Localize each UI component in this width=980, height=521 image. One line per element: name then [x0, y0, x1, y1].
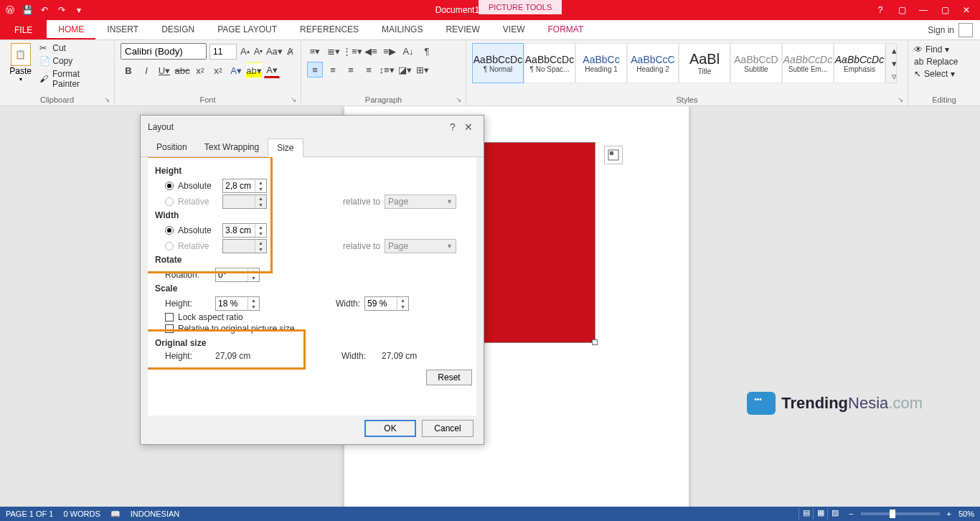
style-subtle-em[interactable]: AaBbCcDcSubtle Em...	[782, 43, 834, 83]
font-name-input[interactable]	[121, 43, 207, 60]
line-spacing-button[interactable]: ↕≡▾	[379, 62, 395, 78]
height-relative-radio[interactable]	[165, 197, 174, 206]
tab-file[interactable]: FILE	[0, 20, 47, 39]
clipboard-dialog-launcher[interactable]: ↘	[104, 95, 113, 104]
sort-button[interactable]: A↓	[400, 43, 416, 59]
find-button[interactable]: 👁Find ▾	[914, 44, 974, 55]
grow-font-button[interactable]: A▴	[240, 44, 250, 60]
cut-button[interactable]: ✂Cut	[39, 43, 108, 53]
tab-design[interactable]: DESIGN	[150, 20, 206, 39]
text-effects-button[interactable]: A▾	[228, 62, 244, 78]
help-icon[interactable]: ?	[874, 5, 887, 15]
view-mode-buttons[interactable]: ▤▦▨	[798, 508, 842, 520]
align-center-button[interactable]: ≡	[325, 62, 341, 78]
dialog-close-button[interactable]: ✕	[461, 121, 476, 133]
undo-icon[interactable]: ↶	[39, 4, 50, 16]
minimize-icon[interactable]: —	[917, 5, 930, 15]
height-absolute-spinner[interactable]: ▲▼	[222, 179, 267, 193]
scale-height-spinner[interactable]: ▲▼	[215, 296, 260, 311]
styles-scroll-up[interactable]: ▴	[886, 44, 902, 57]
styles-more[interactable]: ▿	[886, 70, 902, 83]
numbering-button[interactable]: ≣▾	[326, 43, 341, 59]
web-layout-icon[interactable]: ▨	[827, 508, 842, 520]
tab-page-layout[interactable]: PAGE LAYOUT	[206, 20, 288, 39]
show-marks-button[interactable]: ¶	[419, 43, 435, 59]
save-icon[interactable]: 💾	[22, 4, 33, 16]
height-absolute-radio[interactable]	[165, 182, 174, 190]
print-layout-icon[interactable]: ▦	[813, 508, 827, 520]
decrease-indent-button[interactable]: ◀≡	[363, 43, 379, 59]
dialog-tab-textwrap[interactable]: Text Wrapping	[196, 139, 268, 156]
scale-width-spinner[interactable]: ▲▼	[364, 296, 409, 311]
strikethrough-button[interactable]: abc	[174, 62, 190, 78]
width-absolute-spinner[interactable]: ▲▼	[222, 223, 267, 238]
underline-button[interactable]: U▾	[156, 62, 172, 78]
style-emphasis[interactable]: AaBbCcDcEmphasis	[834, 43, 885, 83]
multilevel-button[interactable]: ⋮≡▾	[344, 43, 360, 59]
shading-button[interactable]: ◪▾	[397, 62, 413, 78]
italic-button[interactable]: I	[138, 62, 154, 78]
style-heading1[interactable]: AaBbCcHeading 1	[575, 43, 627, 83]
justify-button[interactable]: ≡	[361, 62, 377, 78]
dialog-tab-size[interactable]: Size	[268, 139, 303, 157]
tab-review[interactable]: REVIEW	[434, 20, 491, 39]
style-title[interactable]: AaBlTitle	[679, 43, 730, 83]
sign-in[interactable]: Sign in	[920, 20, 980, 39]
relative-original-checkbox[interactable]	[165, 324, 174, 333]
clear-formatting-button[interactable]: A̷	[285, 44, 295, 60]
styles-scroll-down[interactable]: ▾	[886, 57, 902, 70]
qat-customize-icon[interactable]: ▾	[73, 4, 85, 16]
shrink-font-button[interactable]: A▾	[253, 44, 264, 60]
subscript-button[interactable]: x2	[192, 62, 208, 78]
dialog-help-button[interactable]: ?	[445, 121, 461, 133]
tab-format[interactable]: FORMAT	[536, 20, 595, 39]
style-heading2[interactable]: AaBbCcCHeading 2	[627, 43, 679, 83]
borders-button[interactable]: ⊞▾	[415, 62, 430, 78]
replace-button[interactable]: abReplace	[914, 57, 974, 67]
style-no-spacing[interactable]: AaBbCcDc¶ No Spac...	[524, 43, 575, 83]
superscript-button[interactable]: x2	[210, 62, 226, 78]
styles-gallery[interactable]: AaBbCcDc¶ Normal AaBbCcDc¶ No Spac... Aa…	[472, 43, 902, 83]
font-color-button[interactable]: A▾	[264, 62, 280, 78]
style-subtitle[interactable]: AaBbCcDSubtitle	[730, 43, 782, 83]
maximize-icon[interactable]: ▢	[938, 5, 951, 15]
tab-home[interactable]: HOME	[47, 20, 95, 39]
tab-insert[interactable]: INSERT	[95, 20, 150, 39]
zoom-in-button[interactable]: +	[947, 510, 951, 518]
reset-button[interactable]: Reset	[426, 370, 472, 385]
dialog-tab-position[interactable]: Position	[148, 139, 196, 156]
language-indicator[interactable]: INDONESIAN	[131, 510, 179, 518]
cancel-button[interactable]: Cancel	[422, 420, 473, 437]
proofing-icon[interactable]: 📖	[110, 510, 121, 519]
width-absolute-radio[interactable]	[165, 226, 174, 235]
font-size-input[interactable]	[209, 44, 237, 60]
format-painter-button[interactable]: 🖌Format Painter	[39, 69, 108, 89]
zoom-out-button[interactable]: −	[849, 510, 853, 518]
highlight-button[interactable]: ab▾	[246, 62, 262, 78]
ok-button[interactable]: OK	[364, 420, 416, 437]
copy-button[interactable]: 📄Copy	[39, 56, 108, 66]
tab-view[interactable]: VIEW	[491, 20, 537, 39]
layout-options-button[interactable]	[604, 146, 623, 164]
font-dialog-launcher[interactable]: ↘	[291, 95, 299, 104]
redo-icon[interactable]: ↷	[56, 4, 67, 16]
paste-button[interactable]: 📋 Paste ▾	[6, 43, 35, 89]
zoom-slider[interactable]	[861, 512, 940, 515]
align-left-button[interactable]: ≡	[307, 62, 323, 78]
bullets-button[interactable]: ≡▾	[307, 43, 323, 59]
paragraph-dialog-launcher[interactable]: ↘	[456, 95, 464, 104]
page-indicator[interactable]: PAGE 1 OF 1	[6, 510, 53, 518]
zoom-level[interactable]: 50%	[958, 510, 974, 518]
lock-aspect-checkbox[interactable]	[165, 313, 174, 321]
word-count[interactable]: 0 WORDS	[63, 510, 100, 518]
read-mode-icon[interactable]: ▤	[798, 508, 813, 520]
style-normal[interactable]: AaBbCcDc¶ Normal	[472, 43, 524, 83]
tab-mailings[interactable]: MAILINGS	[370, 20, 434, 39]
ribbon-collapse-icon[interactable]: ▢	[895, 5, 908, 15]
increase-indent-button[interactable]: ≡▶	[382, 43, 397, 59]
align-right-button[interactable]: ≡	[343, 62, 359, 78]
bold-button[interactable]: B	[121, 62, 136, 78]
width-relative-radio[interactable]	[165, 242, 174, 250]
styles-dialog-launcher[interactable]: ↘	[897, 95, 906, 104]
select-button[interactable]: ↖Select ▾	[914, 69, 974, 79]
